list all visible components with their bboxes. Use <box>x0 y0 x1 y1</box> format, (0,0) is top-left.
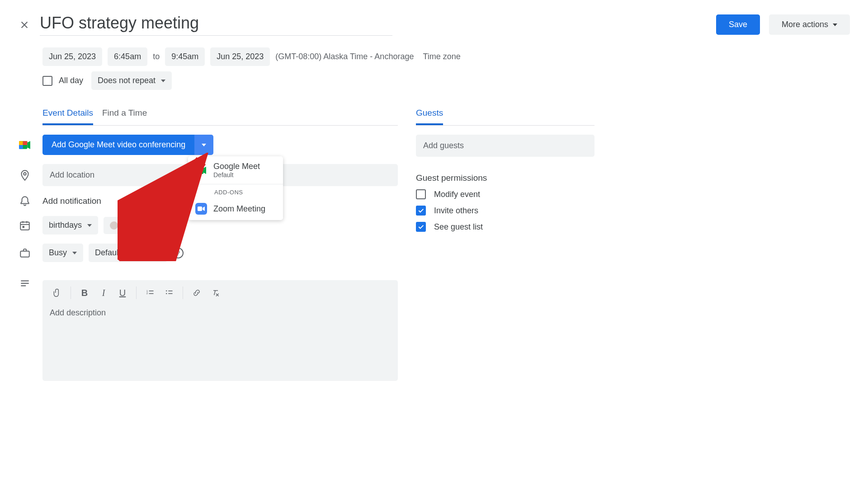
invite-others-checkbox[interactable] <box>416 206 426 216</box>
paperclip-icon <box>52 288 61 297</box>
allday-label: All day <box>59 76 83 85</box>
calendar-icon <box>18 220 32 231</box>
save-button[interactable]: Save <box>716 14 760 35</box>
svg-rect-10 <box>20 251 29 257</box>
add-google-meet-button[interactable]: Add Google Meet video conferencing <box>42 135 194 155</box>
bulleted-list-icon <box>165 288 174 297</box>
svg-point-18 <box>166 291 167 292</box>
end-date-chip[interactable]: Jun 25, 2023 <box>210 47 270 66</box>
see-guest-list-checkbox[interactable] <box>416 222 426 232</box>
dropdown-gmeet-sublabel: Default <box>213 171 260 178</box>
caret-down-icon <box>833 23 837 26</box>
check-icon <box>417 223 425 230</box>
link-button[interactable] <box>189 285 205 301</box>
dropdown-item-google-meet[interactable]: Google Meet Default <box>188 156 283 184</box>
busy-label: Busy <box>49 248 67 258</box>
start-date-chip[interactable]: Jun 25, 2023 <box>42 47 102 66</box>
to-label: to <box>153 52 160 61</box>
dropdown-gmeet-label: Google Meet <box>213 162 260 171</box>
svg-text:2: 2 <box>146 292 148 295</box>
numbered-list-button[interactable]: 12 <box>142 285 158 301</box>
italic-button[interactable]: I <box>95 285 112 301</box>
visibility-select[interactable]: Default visibility <box>89 244 167 262</box>
event-title-input[interactable] <box>40 14 392 33</box>
close-icon <box>19 20 29 30</box>
description-textarea[interactable]: Add description <box>42 305 398 381</box>
tab-event-details[interactable]: Event Details <box>42 108 93 125</box>
svg-rect-2 <box>198 206 202 211</box>
bold-icon: B <box>81 288 88 298</box>
repeat-label: Does not repeat <box>98 76 156 85</box>
color-dot <box>110 221 118 230</box>
dropdown-item-zoom[interactable]: Zoom Meeting <box>188 197 283 220</box>
clear-format-icon <box>211 288 220 297</box>
separator <box>136 286 137 299</box>
tab-find-time[interactable]: Find a Time <box>102 108 147 125</box>
color-select[interactable] <box>104 217 134 234</box>
add-guests-input[interactable] <box>416 135 594 157</box>
dropdown-zoom-label: Zoom Meeting <box>213 204 265 214</box>
notification-icon <box>18 195 32 207</box>
svg-point-19 <box>166 293 167 294</box>
tab-guests[interactable]: Guests <box>416 108 443 125</box>
svg-point-4 <box>24 173 26 175</box>
attach-button[interactable] <box>49 285 65 301</box>
svg-rect-9 <box>23 226 24 228</box>
end-time-chip[interactable]: 9:45am <box>165 47 205 66</box>
modify-event-label: Modify event <box>434 190 480 199</box>
calendar-name: birthdays <box>49 221 82 230</box>
timezone-link[interactable]: Time zone <box>423 52 460 61</box>
calendar-select[interactable]: birthdays <box>42 216 98 235</box>
separator <box>183 286 183 299</box>
bold-button[interactable]: B <box>76 285 93 301</box>
numbered-list-icon: 12 <box>146 288 155 297</box>
repeat-select[interactable]: Does not repeat <box>91 71 172 90</box>
allday-checkbox[interactable] <box>42 76 52 86</box>
invite-others-label: Invite others <box>434 206 478 216</box>
timezone-display: (GMT-08:00) Alaska Time - Anchorage <box>275 52 414 61</box>
close-button[interactable] <box>18 19 31 31</box>
separator <box>71 286 71 299</box>
italic-icon: I <box>102 288 105 298</box>
see-guest-list-label: See guest list <box>434 222 483 232</box>
description-icon <box>18 277 32 289</box>
visibility-label: Default visibility <box>95 248 151 258</box>
caret-down-icon <box>123 224 128 227</box>
busy-select[interactable]: Busy <box>42 244 83 262</box>
more-actions-button[interactable]: More actions <box>769 14 850 35</box>
underline-button[interactable]: U <box>114 285 131 301</box>
caret-down-icon <box>202 144 206 146</box>
guest-permissions-header: Guest permissions <box>416 173 594 183</box>
svg-rect-5 <box>20 222 29 230</box>
modify-event-checkbox[interactable] <box>416 189 426 199</box>
caret-down-icon <box>156 252 161 254</box>
underline-icon: U <box>119 288 126 298</box>
caret-down-icon <box>87 224 92 227</box>
conferencing-dropdown-button[interactable] <box>194 135 213 155</box>
more-actions-label: More actions <box>782 20 828 29</box>
briefcase-icon <box>18 247 32 259</box>
add-notification-link[interactable]: Add notification <box>42 196 101 206</box>
bulleted-list-button[interactable] <box>161 285 177 301</box>
conferencing-dropdown-menu: Google Meet Default ADD-ONS Zoom Meeting <box>188 156 283 220</box>
caret-down-icon <box>72 252 77 254</box>
clear-formatting-button[interactable] <box>208 285 224 301</box>
meet-icon <box>18 139 32 151</box>
zoom-icon <box>195 203 207 215</box>
link-icon <box>192 288 201 297</box>
visibility-help-button[interactable]: ? <box>173 248 184 258</box>
dropdown-addons-header: ADD-ONS <box>188 184 283 197</box>
location-icon <box>18 169 32 181</box>
meet-icon <box>195 164 207 176</box>
check-icon <box>417 207 425 214</box>
caret-down-icon <box>161 80 165 82</box>
start-time-chip[interactable]: 6:45am <box>108 47 147 66</box>
